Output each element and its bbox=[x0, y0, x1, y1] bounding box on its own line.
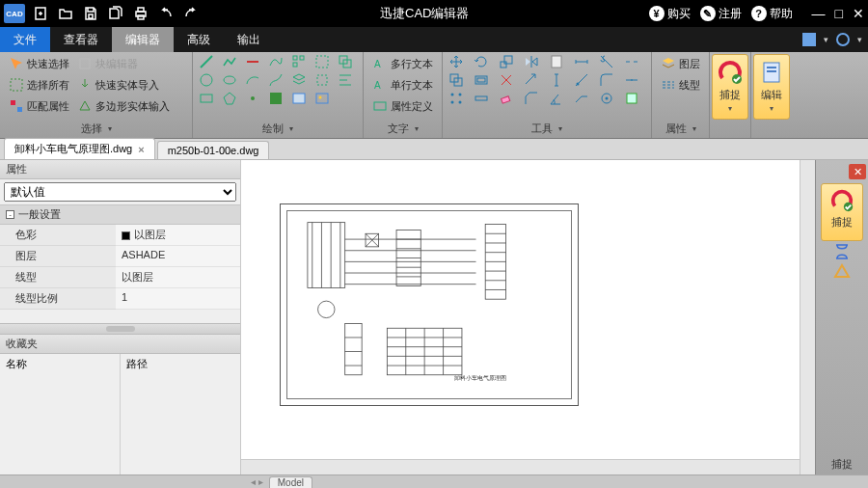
buy-link[interactable]: ¥购买 bbox=[649, 6, 691, 22]
tab-output[interactable]: 输出 bbox=[224, 27, 274, 52]
point-icon[interactable] bbox=[245, 91, 260, 106]
close-icon[interactable]: ✕ bbox=[853, 6, 864, 21]
angle-dim-icon[interactable] bbox=[549, 91, 564, 106]
prop-row-lscale[interactable]: 线型比例 1 bbox=[0, 288, 240, 310]
help-link[interactable]: ?帮助 bbox=[751, 6, 793, 22]
calc-icon[interactable] bbox=[549, 54, 564, 69]
hatch-icon[interactable] bbox=[268, 91, 284, 106]
copy-rect-icon[interactable] bbox=[338, 54, 353, 69]
props-general-header[interactable]: -一般设置 bbox=[0, 204, 240, 225]
dashed-rect-icon[interactable] bbox=[314, 54, 330, 69]
polyline-icon[interactable] bbox=[222, 54, 237, 69]
ray-icon[interactable] bbox=[245, 54, 260, 69]
palette-icon[interactable] bbox=[802, 33, 816, 46]
undo-icon[interactable] bbox=[156, 4, 176, 23]
vertical-scrollbar[interactable] bbox=[800, 160, 815, 474]
hourglass-icon[interactable] bbox=[832, 243, 852, 260]
attr-def-button[interactable]: 属性定义 bbox=[369, 96, 436, 116]
select-all-button[interactable]: 选择所有 bbox=[6, 75, 72, 95]
prop-row-ltype[interactable]: 线型 以图层 bbox=[0, 267, 240, 288]
tab-advanced[interactable]: 高级 bbox=[174, 27, 224, 52]
trim-icon[interactable] bbox=[599, 54, 614, 69]
image-icon[interactable] bbox=[291, 91, 307, 106]
linetype-button[interactable]: 线型 bbox=[658, 75, 703, 95]
quick-select-button[interactable]: 快速选择 bbox=[6, 54, 72, 73]
dimension-icon[interactable] bbox=[574, 54, 589, 69]
ellipse-icon[interactable] bbox=[222, 72, 237, 88]
leader-icon[interactable] bbox=[574, 91, 589, 106]
layer-button[interactable]: 图层 bbox=[658, 54, 703, 73]
tool-x1-icon[interactable] bbox=[599, 91, 614, 106]
layer-label: 图层 bbox=[679, 57, 700, 71]
rect-array-icon[interactable] bbox=[291, 54, 307, 69]
rotate-icon[interactable] bbox=[474, 54, 489, 69]
stext-button[interactable]: A单行文本 bbox=[369, 75, 436, 95]
mirror-icon[interactable] bbox=[524, 54, 539, 69]
polygon-icon[interactable] bbox=[222, 91, 237, 106]
align-icon[interactable] bbox=[338, 72, 353, 88]
block-editor-label: 块编辑器 bbox=[95, 57, 138, 71]
fillet-icon[interactable] bbox=[599, 72, 614, 88]
new-file-icon[interactable] bbox=[31, 4, 50, 23]
capture-button[interactable]: 捕捉 ▾ bbox=[712, 54, 748, 120]
minimize-icon[interactable]: — bbox=[812, 6, 826, 21]
drawing-canvas[interactable]: 卸料小车电气原理图 bbox=[241, 160, 868, 474]
save-all-icon[interactable] bbox=[106, 4, 125, 23]
array-icon[interactable] bbox=[448, 91, 464, 106]
dashed-rect2-icon[interactable] bbox=[314, 72, 330, 88]
tab-editor[interactable]: 编辑器 bbox=[112, 27, 174, 52]
match-props-button[interactable]: 匹配属性 bbox=[6, 96, 72, 116]
help-label: 帮助 bbox=[770, 6, 793, 22]
print-icon[interactable] bbox=[131, 4, 150, 23]
explode-icon[interactable] bbox=[499, 72, 514, 88]
mtext-button[interactable]: A多行文本 bbox=[369, 54, 436, 73]
tool-x2-icon[interactable] bbox=[624, 91, 639, 106]
stretch-icon[interactable] bbox=[474, 91, 489, 106]
maximize-icon[interactable]: □ bbox=[835, 6, 843, 21]
svg-point-61 bbox=[318, 301, 335, 317]
model-tab[interactable]: Model bbox=[269, 476, 312, 488]
redo-icon[interactable] bbox=[181, 4, 201, 23]
measure-icon[interactable] bbox=[574, 72, 589, 88]
side-capture-button[interactable]: 捕捉 bbox=[821, 183, 863, 241]
prop-row-layer[interactable]: 图层 ASHADE bbox=[0, 246, 240, 267]
register-link[interactable]: ✎注册 bbox=[700, 6, 742, 22]
tab-file[interactable]: 文件 bbox=[0, 27, 50, 52]
rectangle-icon[interactable] bbox=[199, 91, 214, 106]
freehand-icon[interactable] bbox=[268, 72, 284, 88]
props-default-select[interactable]: 默认值 bbox=[4, 182, 236, 202]
offset-icon[interactable] bbox=[474, 72, 489, 88]
layers-icon[interactable] bbox=[291, 72, 307, 88]
poly-entity-input-button[interactable]: 多边形实体输入 bbox=[74, 96, 173, 116]
join-icon[interactable] bbox=[624, 72, 639, 88]
circle-icon[interactable] bbox=[199, 72, 214, 88]
copy-tool-icon[interactable] bbox=[448, 72, 464, 88]
info-icon[interactable] bbox=[836, 33, 850, 46]
doc-tab-1-close-icon[interactable]: × bbox=[138, 144, 144, 155]
doc-tab-2[interactable]: m250b-01-00e.dwg bbox=[157, 141, 270, 159]
prop-row-color[interactable]: 色彩 以图层 bbox=[0, 225, 240, 246]
panel-divider[interactable] bbox=[0, 323, 240, 335]
line-icon[interactable] bbox=[199, 54, 214, 69]
side-panel-close-icon[interactable]: ✕ bbox=[849, 164, 866, 179]
tab-viewer[interactable]: 查看器 bbox=[50, 27, 112, 52]
vdim-icon[interactable] bbox=[549, 72, 564, 88]
extend-icon[interactable] bbox=[524, 72, 539, 88]
save-icon[interactable] bbox=[81, 4, 100, 23]
scale-icon[interactable] bbox=[499, 54, 514, 69]
spline-icon[interactable] bbox=[268, 54, 284, 69]
chamfer-icon[interactable] bbox=[524, 91, 539, 106]
move-icon[interactable] bbox=[448, 54, 464, 69]
doc-tab-1[interactable]: 卸料小车电气原理图.dwg × bbox=[4, 138, 155, 159]
break-icon[interactable] bbox=[624, 54, 639, 69]
horizontal-scrollbar[interactable] bbox=[241, 459, 800, 474]
arc-icon[interactable] bbox=[245, 72, 260, 88]
edit-button[interactable]: 编辑 ▾ bbox=[753, 54, 790, 120]
erase-icon[interactable] bbox=[499, 91, 514, 106]
triangle-icon[interactable] bbox=[832, 262, 852, 280]
block-editor-button[interactable]: 块编辑器 bbox=[74, 54, 173, 73]
open-file-icon[interactable] bbox=[56, 4, 75, 23]
fast-entity-import-button[interactable]: 快速实体导入 bbox=[74, 75, 173, 95]
prop-lscale-val: 1 bbox=[116, 288, 240, 310]
insert-image-icon[interactable] bbox=[314, 91, 330, 106]
